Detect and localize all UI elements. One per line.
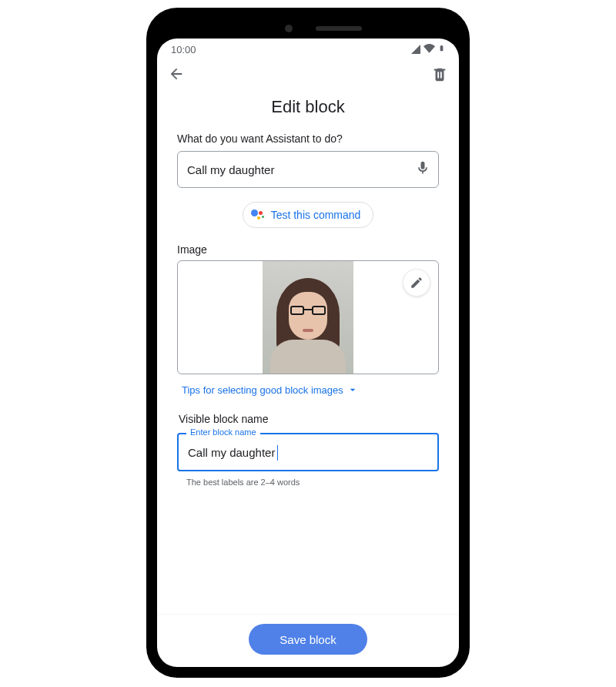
- command-input[interactable]: [187, 163, 415, 176]
- chevron-down-icon: [346, 384, 359, 396]
- mic-button[interactable]: [415, 160, 430, 179]
- block-name-input[interactable]: [179, 434, 437, 470]
- phone-frame: 10:00 Edit block What do you want Assi: [146, 8, 470, 678]
- back-button[interactable]: [168, 65, 185, 85]
- edit-image-button[interactable]: [403, 269, 430, 297]
- block-name-section-label: Visible block name: [179, 413, 439, 425]
- block-name-field[interactable]: Enter block name: [177, 433, 439, 471]
- battery-icon: [438, 42, 445, 56]
- content-area: Edit block What do you want Assistant to…: [157, 91, 459, 614]
- block-name-floating-label: Enter block name: [186, 427, 260, 437]
- tips-link-label: Tips for selecting good block images: [182, 384, 343, 396]
- save-block-button[interactable]: Save block: [249, 624, 367, 655]
- status-bar: 10:00: [157, 39, 459, 60]
- image-preview-box: [177, 260, 439, 374]
- test-command-button[interactable]: Test this command: [243, 202, 374, 228]
- assistant-icon: [251, 208, 265, 222]
- block-image-thumbnail[interactable]: [263, 261, 353, 374]
- screen: 10:00 Edit block What do you want Assi: [157, 39, 459, 667]
- text-cursor: [277, 445, 278, 461]
- app-bar: [157, 60, 459, 91]
- wifi-icon: [424, 42, 435, 56]
- command-field[interactable]: [177, 151, 439, 188]
- test-chip-wrap: Test this command: [177, 202, 439, 228]
- tips-link[interactable]: Tips for selecting good block images: [182, 384, 439, 396]
- cellular-icon: [411, 45, 420, 54]
- status-time: 10:00: [171, 44, 196, 55]
- phone-notch: [157, 18, 459, 39]
- page-title: Edit block: [177, 97, 439, 117]
- delete-button[interactable]: [431, 65, 448, 85]
- status-icons: [411, 42, 445, 56]
- front-camera: [285, 25, 293, 32]
- block-name-helper: The best labels are 2–4 words: [186, 478, 439, 487]
- footer: Save block: [157, 614, 459, 667]
- command-label: What do you want Assistant to do?: [177, 132, 439, 145]
- test-command-label: Test this command: [271, 209, 361, 221]
- image-section-label: Image: [177, 243, 439, 256]
- phone-speaker: [316, 26, 362, 31]
